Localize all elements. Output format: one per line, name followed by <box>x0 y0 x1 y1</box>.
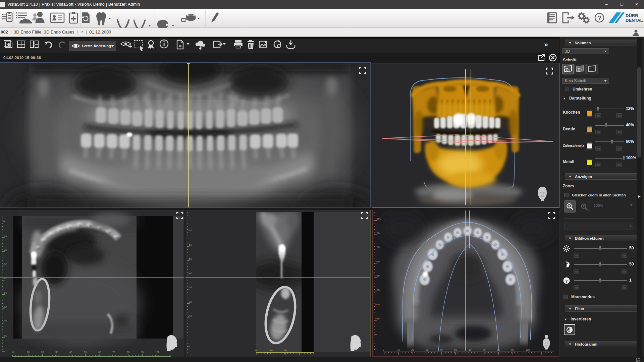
svg-text:-30: -30 <box>3 263 7 266</box>
svg-text:+30: +30 <box>375 317 380 320</box>
svg-text:10: 10 <box>27 351 30 354</box>
svg-text:0: 0 <box>3 220 5 223</box>
svg-text:0: 0 <box>255 349 257 352</box>
svg-text:-20: -20 <box>188 300 192 303</box>
svg-text:-80: -80 <box>3 334 7 337</box>
svg-text:90: 90 <box>511 348 514 351</box>
svg-text:+100: +100 <box>375 217 381 220</box>
svg-text:-40: -40 <box>188 272 192 275</box>
svg-text:10: 10 <box>397 348 400 351</box>
svg-text:60: 60 <box>98 351 101 354</box>
svg-text:80: 80 <box>127 351 129 354</box>
svg-text:30: 30 <box>55 351 58 354</box>
svg-text:20: 20 <box>411 348 414 351</box>
svg-text:+90: +90 <box>375 232 380 235</box>
svg-text:30: 30 <box>426 348 428 351</box>
svg-text:-50: -50 <box>188 257 192 260</box>
svg-text:+80: +80 <box>375 246 380 249</box>
svg-text:50: 50 <box>84 351 87 354</box>
svg-text:90: 90 <box>141 351 144 354</box>
svg-text:0: 0 <box>383 348 384 351</box>
svg-text:50: 50 <box>454 348 457 351</box>
svg-text:-70: -70 <box>188 229 192 232</box>
svg-text:?: ? <box>597 14 601 21</box>
svg-text:-60: -60 <box>3 306 7 309</box>
svg-text:40: 40 <box>69 351 72 354</box>
svg-text:-40: -40 <box>3 277 7 280</box>
svg-text:100: 100 <box>526 348 530 351</box>
svg-text:+40: +40 <box>375 303 380 306</box>
svg-text:0: 0 <box>12 351 14 354</box>
svg-text:-10: -10 <box>188 315 192 318</box>
svg-text:+60: +60 <box>375 274 380 277</box>
svg-text:70: 70 <box>112 351 115 354</box>
svg-text:-20: -20 <box>3 248 7 251</box>
svg-text:+50: +50 <box>375 289 380 292</box>
svg-text:+70: +70 <box>375 260 380 263</box>
svg-text:10: 10 <box>270 349 272 352</box>
svg-text:60: 60 <box>469 348 471 351</box>
svg-text:-30: -30 <box>188 286 192 289</box>
svg-text:80: 80 <box>497 348 500 351</box>
svg-text:40: 40 <box>440 348 442 351</box>
svg-text:γ: γ <box>565 278 568 283</box>
svg-text:DÜRR: DÜRR <box>626 13 638 18</box>
svg-text:20: 20 <box>41 351 44 354</box>
svg-text:Letzte Änderung: Letzte Änderung <box>82 44 111 48</box>
svg-text:DENTAL: DENTAL <box>626 18 643 23</box>
svg-text:20: 20 <box>284 349 286 352</box>
svg-text:»: » <box>544 40 548 48</box>
svg-text:-60: -60 <box>188 243 192 246</box>
svg-text:-50: -50 <box>3 291 7 294</box>
svg-text:70: 70 <box>483 348 485 351</box>
svg-text:-70: -70 <box>3 320 7 323</box>
svg-text:100: 100 <box>155 351 160 354</box>
svg-text:-10: -10 <box>3 234 7 237</box>
